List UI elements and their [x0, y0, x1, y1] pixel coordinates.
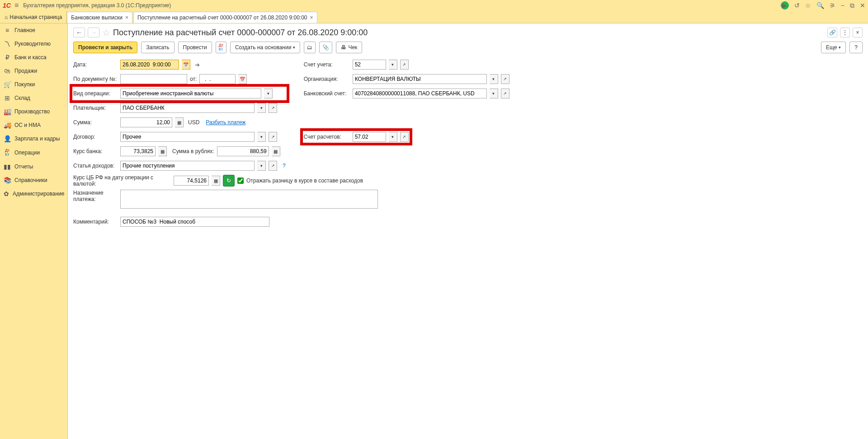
purpose-textarea[interactable] — [120, 190, 378, 209]
close-document-button[interactable]: × — [853, 28, 863, 37]
sidebar: ≡Главное 〽Руководителю ₽Банк и касса 🛍Пр… — [0, 23, 68, 439]
sum-input[interactable] — [120, 117, 172, 127]
post-and-close-button[interactable]: Провести и закрыть — [73, 42, 137, 53]
star-icon[interactable]: ☆ — [805, 2, 811, 9]
calc-icon[interactable]: ▦ — [272, 146, 280, 156]
notification-icon[interactable]: ▶ — [781, 1, 789, 9]
create-based-on-button[interactable]: Создать на основании▾ — [230, 42, 301, 53]
rub-sum-input[interactable] — [217, 146, 269, 156]
sidebar-item-admin[interactable]: ✿Администрирование — [0, 187, 67, 201]
bank-acct-input[interactable] — [353, 89, 487, 98]
app-logo: 1C — [3, 2, 11, 9]
search-icon[interactable]: 🔍 — [816, 2, 824, 9]
contract-input[interactable] — [120, 132, 255, 142]
dropdown-icon[interactable]: ▾ — [490, 74, 498, 84]
account-input[interactable] — [353, 60, 386, 70]
link-icon-button[interactable]: 🔗 — [827, 28, 837, 37]
calc-icon[interactable]: ▦ — [212, 176, 220, 186]
sidebar-item-label: Склад — [14, 95, 30, 101]
dropdown-icon[interactable]: ▾ — [257, 103, 266, 113]
org-input[interactable] — [353, 74, 487, 84]
back-button[interactable]: ← — [73, 28, 85, 37]
maximize-icon[interactable]: ⧉ — [850, 2, 854, 9]
refresh-rate-button[interactable]: ↻ — [223, 175, 235, 187]
check-button[interactable]: 🖶Чек — [336, 42, 362, 53]
bank-rate-input[interactable] — [120, 146, 156, 156]
tab-close-icon[interactable]: × — [125, 14, 128, 21]
menu-icon[interactable]: ≡ — [14, 1, 19, 9]
split-payment-link[interactable]: Разбить платеж — [206, 119, 245, 126]
sidebar-item-manager[interactable]: 〽Руководителю — [0, 37, 67, 51]
dropdown-icon[interactable]: ▾ — [257, 132, 266, 142]
comment-label: Комментарий: — [73, 219, 118, 225]
payer-input[interactable] — [120, 103, 255, 113]
settle-acct-input[interactable] — [353, 132, 386, 142]
dropdown-icon[interactable]: ▾ — [264, 89, 273, 98]
cbrf-rate-input[interactable] — [174, 176, 209, 186]
income-item-input[interactable] — [120, 161, 255, 171]
close-icon[interactable]: ✕ — [860, 2, 865, 9]
sidebar-item-hr[interactable]: 👤Зарплата и кадры — [0, 132, 67, 145]
settle-acct-label: Счет расчетов: — [304, 134, 350, 140]
tab-close-icon[interactable]: × — [310, 14, 313, 21]
calendar-icon[interactable]: 📅 — [182, 60, 190, 70]
attach-button[interactable]: 📎 — [319, 42, 332, 53]
tab-bank-statements[interactable]: Банковские выписки × — [67, 12, 132, 23]
row-bank-account: Банковский счет: ▾ ↗ — [304, 88, 509, 99]
dropdown-icon[interactable]: ▾ — [389, 60, 397, 70]
dropdown-icon[interactable]: ▾ — [490, 89, 498, 98]
kebab-menu-icon[interactable]: ⋮ — [840, 28, 850, 37]
button-label: Записать — [146, 44, 169, 51]
sidebar-item-operations[interactable]: ДтКтОперации — [0, 145, 67, 160]
sidebar-item-main[interactable]: ≡Главное — [0, 23, 67, 37]
comment-input[interactable] — [120, 217, 269, 227]
sidebar-item-bank[interactable]: ₽Банк и касса — [0, 51, 67, 64]
calendar-icon[interactable]: 📅 — [238, 74, 247, 84]
help-button[interactable]: ? — [849, 42, 863, 53]
sidebar-item-assets[interactable]: 🚚ОС и НМА — [0, 118, 67, 132]
reflect-diff-input[interactable] — [237, 177, 244, 184]
save-button[interactable]: Записать — [141, 42, 174, 53]
tab-home[interactable]: ⌂ Начальная страница — [0, 11, 67, 23]
forward-button[interactable]: → — [88, 28, 99, 37]
sidebar-item-warehouse[interactable]: ⊞Склад — [0, 91, 67, 105]
reflect-diff-checkbox[interactable]: Отражать разницу в курсе в составе расхо… — [237, 177, 363, 184]
help-link-icon[interactable]: ? — [283, 163, 286, 169]
gear-icon: ✿ — [4, 190, 9, 197]
op-type-input[interactable] — [120, 89, 261, 98]
button-label: Провести — [183, 44, 207, 51]
calc-icon[interactable]: ▦ — [175, 117, 184, 127]
tab-receipt[interactable]: Поступление на расчетный счет 0000-00000… — [133, 12, 317, 23]
minimize-icon[interactable]: − — [841, 2, 844, 9]
structure-button[interactable]: 🗂 — [304, 42, 316, 53]
sidebar-item-purchases[interactable]: 🛒Покупки — [0, 78, 67, 91]
sidebar-item-sales[interactable]: 🛍Продажи — [0, 64, 67, 78]
open-ref-icon[interactable]: ↗ — [269, 103, 277, 113]
doc-no-input[interactable] — [120, 74, 187, 84]
row-contract: Договор: ▾ ↗ — [73, 131, 286, 143]
button-label: Еще — [826, 44, 837, 51]
button-label: Создать на основании — [235, 44, 292, 51]
doc-no-date-input[interactable] — [199, 74, 236, 84]
sidebar-item-reports[interactable]: ▮▮Отчеты — [0, 160, 67, 173]
go-icon[interactable]: ➔ — [195, 61, 200, 68]
ruble-icon: ₽ — [4, 54, 11, 61]
date-input[interactable] — [120, 60, 179, 70]
dropdown-icon[interactable]: ▾ — [389, 132, 397, 142]
open-ref-icon[interactable]: ↗ — [400, 60, 409, 70]
favorite-star-icon[interactable]: ☆ — [102, 27, 110, 38]
dtct-button[interactable]: ДтКт — [216, 42, 226, 53]
open-ref-icon[interactable]: ↗ — [501, 89, 509, 98]
post-button[interactable]: Провести — [178, 42, 212, 53]
sidebar-item-catalogs[interactable]: 📚Справочники — [0, 173, 67, 187]
dropdown-icon[interactable]: ▾ — [257, 161, 266, 171]
more-button[interactable]: Еще▾ — [821, 42, 846, 53]
open-ref-icon[interactable]: ↗ — [501, 74, 509, 84]
calc-icon[interactable]: ▦ — [158, 146, 167, 156]
filter-icon[interactable]: ⚞ — [830, 2, 835, 9]
history-icon[interactable]: ↺ — [794, 2, 800, 9]
sidebar-item-production[interactable]: 🏭Производство — [0, 105, 67, 118]
open-ref-icon[interactable]: ↗ — [269, 132, 277, 142]
open-ref-icon[interactable]: ↗ — [400, 132, 409, 142]
open-ref-icon[interactable]: ↗ — [269, 161, 277, 171]
